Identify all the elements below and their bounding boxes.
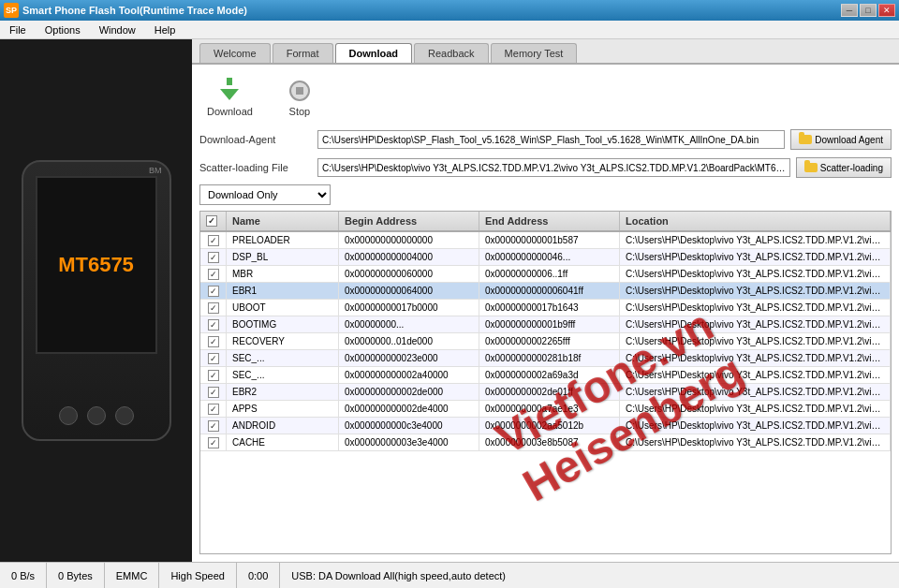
minimize-button[interactable]: ─ <box>841 4 858 17</box>
table-row[interactable]: DSP_BL0x0000000000040000x0000000000046..… <box>200 249 891 266</box>
scatter-input[interactable] <box>317 158 790 177</box>
menu-window[interactable]: Window <box>94 22 141 37</box>
row-checkbox[interactable] <box>208 353 219 364</box>
table-row[interactable]: MBR0x0000000000600000x00000000006..1ffC:… <box>200 266 891 283</box>
table-row[interactable]: CACHE0x00000000003e3e40000x000000003e8b5… <box>200 434 891 451</box>
row-begin: 0x000000000004000 <box>339 249 479 265</box>
table-row[interactable]: EBR20x000000000002de0000x0000000002de01f… <box>200 384 891 401</box>
scatter-browse-button[interactable]: Scatter-loading <box>796 157 892 178</box>
tab-download[interactable]: Download <box>335 43 413 63</box>
left-panel: BM MT6575 <box>0 39 192 562</box>
row-end: 0x0000000002aa5012b <box>479 418 620 434</box>
scatter-label: Scatter-loading File <box>199 162 312 173</box>
row-begin: 0x0000000000c3e4000 <box>339 418 479 434</box>
menu-help[interactable]: Help <box>149 22 182 37</box>
row-location: C:\Users\HP\Desktop\vivo Y3t_ALPS.ICS2.T… <box>620 401 891 417</box>
row-location: C:\Users\HP\Desktop\vivo Y3t_ALPS.ICS2.T… <box>620 249 891 265</box>
table-row[interactable]: BOOTIMG0x00000000...0x000000000001b9fffC… <box>200 316 891 333</box>
menu-file[interactable]: File <box>4 22 32 37</box>
header-checkbox[interactable] <box>206 215 217 227</box>
folder-icon-scatter <box>804 163 818 172</box>
menu-bar: File Options Window Help <box>0 21 899 39</box>
title-bar: SP Smart Phone Flash Tool(Runtime Trace … <box>0 0 899 21</box>
close-button[interactable]: ✕ <box>878 4 895 17</box>
tab-welcome[interactable]: Welcome <box>199 43 271 63</box>
row-checkbox[interactable] <box>208 269 219 280</box>
row-checkbox[interactable] <box>208 404 219 415</box>
stop-icon <box>287 78 313 104</box>
row-name: RECOVERY <box>227 333 339 349</box>
arrow-down <box>220 89 239 100</box>
stop-button[interactable]: Stop <box>279 76 320 119</box>
row-checkbox[interactable] <box>208 336 219 347</box>
table-row[interactable]: SEC_...0x000000000002a400000x0000000002a… <box>200 367 891 384</box>
main-container: BM MT6575 Welcome Format Download Readba… <box>0 39 899 562</box>
row-begin: 0x000000000002de000 <box>339 384 479 400</box>
agent-browse-button[interactable]: Download Agent <box>790 129 892 150</box>
row-location: C:\Users\HP\Desktop\vivo Y3t_ALPS.ICS2.T… <box>620 367 891 383</box>
phone-screen: MT6575 <box>36 176 157 354</box>
table-row[interactable]: RECOVERY0x0000000..01de0000x000000000226… <box>200 333 891 350</box>
partition-table: Name Begin Address End Address Location … <box>199 211 892 554</box>
row-checkbox[interactable] <box>208 387 219 398</box>
table-header: Name Begin Address End Address Location <box>200 212 891 232</box>
row-checkbox[interactable] <box>208 302 219 314</box>
row-begin: 0x000000000002a40000 <box>339 367 479 383</box>
app-title: Smart Phone Flash Tool(Runtime Trace Mod… <box>22 5 247 16</box>
row-checkbox[interactable] <box>208 437 219 448</box>
row-end: 0x000000000001b9fff <box>479 316 620 332</box>
download-icon <box>216 78 243 104</box>
table-row[interactable]: PRELOADER0x0000000000000000x000000000001… <box>200 232 891 249</box>
content-area: Download Stop Download-Agent Do <box>192 65 899 562</box>
status-message: USB: DA Download All(high speed,auto det… <box>280 563 892 588</box>
title-bar-left: SP Smart Phone Flash Tool(Runtime Trace … <box>4 3 247 18</box>
row-begin: 0x000000000000000 <box>339 232 479 248</box>
row-checkbox[interactable] <box>208 252 219 263</box>
folder-icon-agent <box>799 135 812 144</box>
app-icon: SP <box>4 3 19 18</box>
row-location: C:\Users\HP\Desktop\vivo Y3t_ALPS.ICS2.T… <box>620 418 891 434</box>
table-row[interactable]: UBOOT0x00000000017b00000x00000000017b164… <box>200 300 891 316</box>
row-location: C:\Users\HP\Desktop\vivo Y3t_ALPS.ICS2.T… <box>620 333 891 349</box>
tab-memory-test[interactable]: Memory Test <box>491 43 578 63</box>
menu-options[interactable]: Options <box>39 22 86 37</box>
scatter-btn-label: Scatter-loading <box>820 163 883 173</box>
table-row[interactable]: ANDROID0x0000000000c3e40000x0000000002aa… <box>200 418 891 434</box>
download-mode-dropdown[interactable]: Download Only Firmware Upgrade Custom Do… <box>199 184 331 205</box>
row-name: UBOOT <box>227 300 339 316</box>
download-button[interactable]: Download <box>199 76 260 119</box>
row-name: MBR <box>227 266 339 282</box>
phone-buttons <box>59 406 134 425</box>
row-location: C:\Users\HP\Desktop\vivo Y3t_ALPS.ICS2.T… <box>620 232 891 248</box>
row-location: C:\Users\HP\Desktop\vivo Y3t_ALPS.ICS2.T… <box>620 266 891 282</box>
row-begin: 0x00000000... <box>339 316 479 332</box>
row-begin: 0x000000000064000 <box>339 283 479 299</box>
row-checkbox[interactable] <box>208 286 219 297</box>
table-row[interactable]: EBR10x0000000000640000x0000000000006041f… <box>200 283 891 300</box>
right-panel: Welcome Format Download Readback Memory … <box>192 39 899 562</box>
table-row[interactable]: SEC_...0x000000000023e0000x0000000000281… <box>200 350 891 367</box>
status-mode: High Speed <box>159 563 237 588</box>
agent-input[interactable] <box>317 130 785 149</box>
tab-format[interactable]: Format <box>273 43 333 63</box>
status-time: 0:00 <box>237 563 280 588</box>
row-name: APPS <box>227 401 339 417</box>
row-checkbox[interactable] <box>208 420 219 432</box>
row-checkbox[interactable] <box>208 370 219 381</box>
table-wrapper: Name Begin Address End Address Location … <box>199 211 892 554</box>
row-name: SEC_... <box>227 350 339 366</box>
row-checkbox[interactable] <box>208 235 219 246</box>
toolbar: Download Stop <box>199 72 892 123</box>
th-checkbox <box>200 212 227 230</box>
row-location: C:\Users\HP\Desktop\vivo Y3t_ALPS.ICS2.T… <box>620 283 891 299</box>
tab-readback[interactable]: Readback <box>414 43 489 63</box>
row-end: 0x000000000001b587 <box>479 232 620 248</box>
table-body: PRELOADER0x0000000000000000x000000000001… <box>200 232 891 553</box>
phone-btn-menu <box>115 406 134 425</box>
window-controls: ─ □ ✕ <box>841 4 895 17</box>
maximize-button[interactable]: □ <box>860 4 877 17</box>
row-begin: 0x000000000023e000 <box>339 350 479 366</box>
row-name: EBR1 <box>227 283 339 299</box>
row-checkbox[interactable] <box>208 319 219 331</box>
table-row[interactable]: APPS0x000000000002de40000x000000000a7ae1… <box>200 401 891 418</box>
